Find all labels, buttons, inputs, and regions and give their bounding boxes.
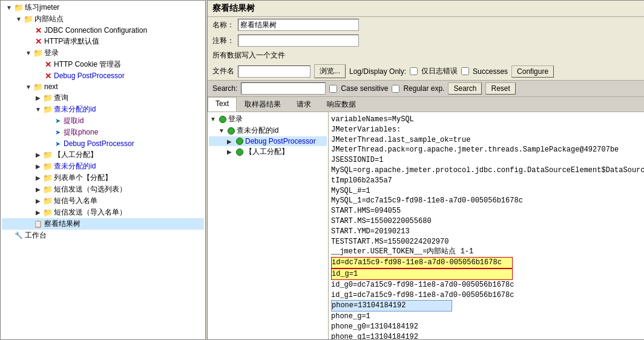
tab-sampler[interactable]: 取样器结果: [237, 97, 289, 112]
configure-button[interactable]: Configure: [511, 65, 554, 78]
item-icon: 📋: [33, 219, 43, 229]
result-line: id_g0=dc7a15c9-fd98-11e8-a7d0-005056b167…: [331, 280, 644, 290]
comment-input[interactable]: [238, 35, 359, 47]
search-label: Search:: [212, 84, 237, 93]
item-icon: 🔧: [14, 231, 24, 241]
tree-item-login[interactable]: ▼📁登录: [2, 47, 204, 59]
result-tree-item-rt_rengong[interactable]: ▶【人工分配】: [209, 146, 327, 158]
result-line: __jmeter.USER_TOKEN__=内部站点 1-1: [331, 247, 644, 257]
tab-request[interactable]: 请求: [289, 97, 319, 112]
expand-icon: ▶: [33, 209, 43, 216]
name-input[interactable]: [238, 19, 359, 31]
tab-text[interactable]: Text: [208, 97, 237, 112]
tree-item-root[interactable]: ▼📁练习jmeter: [2, 2, 204, 13]
file-name-input[interactable]: [238, 65, 310, 78]
reset-button[interactable]: Reset: [485, 82, 515, 95]
tree-item-duanxin_mingdan[interactable]: ▶📁短信号入名单: [2, 195, 204, 207]
item-label: 查未分配的id: [54, 104, 96, 115]
result-line: phone_g1=13104184192: [331, 332, 644, 339]
search-input[interactable]: [241, 82, 326, 95]
search-button[interactable]: Search: [448, 82, 482, 95]
tree-item-duanxin_daoru[interactable]: ▶📁短信发送（导入名单）: [2, 207, 204, 218]
item-icon: 📁: [43, 196, 53, 206]
item-icon: 📁: [43, 93, 53, 103]
item-label: 【人工分配】: [54, 150, 97, 160]
tree-item-rengong[interactable]: ▶📁【人工分配】: [2, 149, 204, 161]
item-icon: ➤: [53, 128, 62, 138]
rt-icon: [218, 115, 227, 124]
case-sensitive-checkbox[interactable]: [329, 85, 337, 93]
result-line: JMeterThread.last_sample_ok=true: [331, 135, 644, 145]
successes-checkbox[interactable]: [461, 67, 469, 75]
item-icon: 📁: [43, 208, 53, 218]
errors-checkbox[interactable]: [410, 67, 418, 75]
browse-button[interactable]: 浏览...: [314, 64, 346, 78]
result-line: JSESSIONID=1: [331, 155, 644, 165]
item-label: 察看结果树: [44, 219, 80, 229]
comment-row: 注释：: [208, 33, 644, 48]
item-label: 提取id: [64, 116, 84, 126]
log-display-label: Log/Display Only:: [349, 67, 406, 76]
tree-item-cookie[interactable]: ✕HTTP Cookie 管理器: [2, 59, 204, 70]
tab-response[interactable]: 响应数据: [319, 97, 364, 112]
expand-icon: ▼: [14, 16, 24, 22]
rt-icon: [235, 137, 244, 145]
tree-item-chaxun_id2[interactable]: ▶📁查未分配的id: [2, 161, 204, 172]
tree-item-duanxin_list[interactable]: ▶📁短信发送（勾选列表）: [2, 184, 204, 195]
write-to-file-label: 所有数据写入一个文件: [212, 50, 285, 61]
tree-item-jdbc[interactable]: ✕JDBC Connection Configuration: [2, 25, 204, 36]
tree-item-chakan[interactable]: 📋察看结果树: [2, 218, 204, 230]
expand-icon: ▶: [33, 186, 43, 193]
item-icon: 📁: [43, 173, 53, 183]
result-tree: ▼登录▼查未分配的id▶Debug PostProcessor▶【人工分配】: [208, 112, 329, 339]
tree-item-debug2[interactable]: ➤Debug PostProcessor: [2, 138, 204, 149]
result-line: JMeterThread.pack=org.apache.jmeter.thre…: [331, 145, 644, 155]
item-label: 列表单个【分配】: [54, 173, 112, 183]
name-row: 名称：: [208, 17, 644, 33]
tree-item-next[interactable]: ▼📁next: [2, 81, 204, 92]
result-line: variableNames=MySQL: [331, 115, 644, 125]
result-tree-item-rt_debug[interactable]: ▶Debug PostProcessor: [209, 136, 327, 146]
regular-exp-label: Regular exp.: [403, 84, 444, 93]
item-icon: 📁: [33, 82, 43, 92]
result-tree-item-rt_chaxun[interactable]: ▼查未分配的id: [209, 125, 327, 136]
tree-item-http_default[interactable]: ✕HTTP请求默认值: [2, 36, 204, 47]
right-panel: 察看结果树 名称： 注释： 所有数据写入一个文件 文件名 浏览... Log/D…: [207, 0, 644, 340]
tree-item-neibuzhan[interactable]: ▼📁内部站点: [2, 13, 204, 25]
result-area: ▼登录▼查未分配的id▶Debug PostProcessor▶【人工分配】 v…: [208, 112, 644, 339]
tree-item-query[interactable]: ▶📁查询: [2, 92, 204, 104]
item-icon: ✕: [43, 71, 53, 81]
item-icon: ✕: [33, 37, 43, 47]
result-line: TESTSTART.MS=15500224202970: [331, 237, 644, 247]
result-line: id_g1=dc7a15c9-fd98-11e8-a7d0-005056b167…: [331, 290, 644, 301]
case-sensitive-label: Case sensitive: [341, 84, 388, 93]
item-label: 短信发送（导入名单）: [54, 207, 126, 218]
tree-item-tiquid[interactable]: ➤提取id: [2, 115, 204, 127]
tree-item-debug1[interactable]: ✕Debug PostProcessor: [2, 70, 204, 81]
item-label: 提取phone: [64, 127, 98, 138]
name-label: 名称：: [212, 20, 234, 30]
comment-label: 注释：: [212, 36, 234, 46]
result-line: tImpl06b2a35a7: [331, 176, 644, 186]
tree-item-tiquphone[interactable]: ➤提取phone: [2, 127, 204, 138]
tree-item-liebiao[interactable]: ▶📁列表单个【分配】: [2, 172, 204, 184]
write-to-file-row: 所有数据写入一个文件: [208, 48, 644, 62]
item-icon: 📁: [43, 162, 53, 172]
expand-icon: ▶: [33, 152, 43, 158]
errors-label: 仅日志错误: [421, 66, 458, 76]
item-label: next: [44, 82, 58, 91]
result-content[interactable]: variableNames=MySQLJMeterVariables:JMete…: [329, 112, 644, 339]
expand-icon: ▼: [24, 84, 33, 90]
result-tree-item-rt_login[interactable]: ▼登录: [209, 113, 327, 125]
tree-item-chaxun_id[interactable]: ▼📁查未分配的id: [2, 104, 204, 115]
tree-item-gongzuotai[interactable]: 🔧工作台: [2, 230, 204, 241]
expand-icon: ▶: [33, 95, 43, 101]
item-icon: ✕: [43, 60, 53, 70]
search-row: Search: Case sensitive Regular exp. Sear…: [208, 80, 644, 97]
result-line: id_g=1: [331, 268, 513, 280]
result-line: MySQL=org.apache.jmeter.protocol.jdbc.co…: [331, 165, 644, 176]
result-line: id=dc7a15c9-fd98-11e8-a7d0-005056b1678c: [331, 257, 513, 268]
regular-exp-checkbox[interactable]: [392, 85, 399, 93]
result-line: JMeterVariables:: [331, 125, 644, 135]
result-line: MySQL_1=dc7a15c9-fd98-11e8-a7d0-005056b1…: [331, 196, 644, 206]
